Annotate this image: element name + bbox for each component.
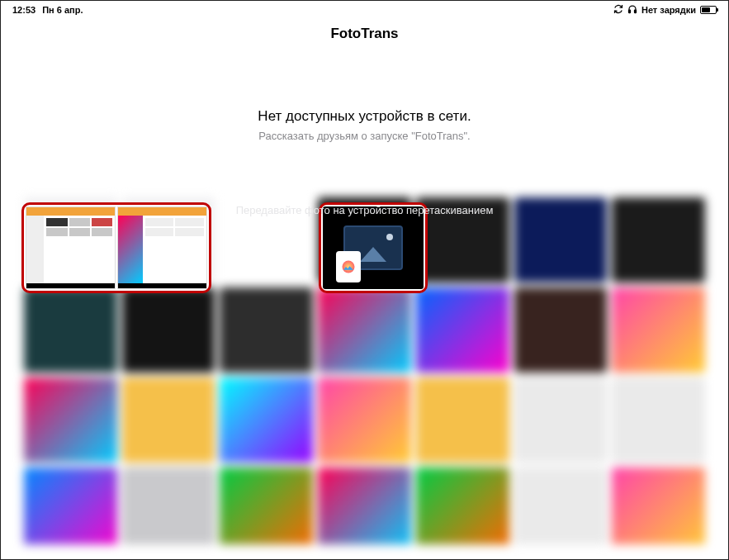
photo-thumb[interactable] — [514, 197, 608, 282]
photo-thumb[interactable] — [24, 377, 117, 463]
drag-hint: Передавайте фото на устройство перетаски… — [236, 204, 494, 216]
photo-thumb[interactable] — [612, 467, 705, 544]
photo-thumb[interactable] — [514, 467, 608, 544]
battery-icon — [700, 6, 717, 14]
photo-thumb[interactable] — [416, 287, 509, 373]
photo-thumb[interactable] — [24, 467, 117, 544]
device-illustration — [323, 206, 424, 289]
sync-icon — [613, 4, 623, 16]
photo-thumb[interactable] — [318, 377, 411, 463]
tablet-icon — [336, 251, 361, 282]
photo-thumb[interactable] — [220, 467, 313, 544]
status-battery-text: Нет зарядки — [641, 5, 696, 15]
svg-point-2 — [343, 261, 355, 273]
photo-thumb[interactable] — [416, 467, 509, 544]
photo-thumb-highlight-1[interactable] — [21, 202, 211, 293]
app-screen: 12:53 Пн 6 апр. Нет зарядки FotoTrans Не… — [0, 0, 729, 560]
photo-thumb[interactable] — [514, 377, 608, 463]
photo-thumb[interactable] — [612, 197, 705, 282]
status-time: 12:53 — [12, 5, 36, 15]
photo-thumb[interactable] — [612, 287, 705, 373]
photo-thumb[interactable] — [122, 287, 215, 373]
svg-rect-0 — [628, 10, 630, 13]
status-date: Пн 6 апр. — [42, 5, 83, 15]
status-bar: 12:53 Пн 6 апр. Нет зарядки — [1, 1, 728, 19]
photo-thumb[interactable] — [612, 377, 705, 463]
photo-thumb[interactable] — [220, 377, 313, 463]
app-title: FotoTrans — [1, 26, 728, 42]
headphones-icon — [627, 4, 637, 16]
share-hint-message[interactable]: Рассказать друзьям о запуске "FotoTrans"… — [1, 130, 728, 142]
photo-thumb[interactable] — [318, 287, 411, 373]
photo-thumb[interactable] — [416, 377, 509, 463]
photo-thumb[interactable] — [24, 287, 117, 373]
photo-thumb[interactable] — [122, 467, 215, 544]
photo-thumb[interactable] — [220, 287, 313, 373]
mini-screenshot-left — [26, 206, 116, 289]
svg-rect-1 — [634, 10, 636, 13]
mini-screenshot-right — [117, 206, 207, 289]
no-devices-message: Нет доступных устройств в сети. — [1, 108, 728, 125]
message-area: Нет доступных устройств в сети. Рассказа… — [1, 108, 728, 142]
photo-thumb[interactable] — [514, 287, 608, 373]
photo-thumb[interactable] — [122, 377, 215, 463]
photo-thumb[interactable] — [318, 467, 411, 544]
